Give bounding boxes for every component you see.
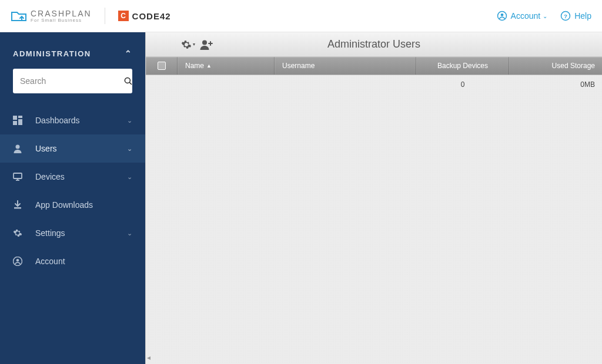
sidebar-item-account[interactable]: Account bbox=[0, 247, 145, 275]
sidebar-item-devices[interactable]: Devices ⌄ bbox=[0, 163, 145, 191]
select-all-checkbox[interactable] bbox=[158, 62, 166, 70]
sidebar-collapse-handle[interactable]: ◂ bbox=[146, 353, 150, 362]
sidebar-nav: Dashboards ⌄ Users ⌄ Devices ⌄ App Downl… bbox=[0, 106, 145, 275]
svg-point-1 bbox=[500, 14, 503, 16]
main-content: ▾ Administrator Users Name ▲ Username Ba… bbox=[145, 32, 602, 364]
svg-rect-11 bbox=[14, 173, 22, 178]
table-header: Name ▲ Username Backup Devices Used Stor… bbox=[146, 57, 602, 75]
sidebar-item-label: Users bbox=[35, 144, 57, 153]
svg-rect-8 bbox=[18, 119, 22, 125]
svg-rect-7 bbox=[18, 116, 22, 118]
dashboard-icon bbox=[13, 116, 24, 125]
sidebar-header[interactable]: ADMINISTRATION ⌃ bbox=[0, 32, 145, 69]
sidebar-item-dashboards[interactable]: Dashboards ⌄ bbox=[0, 106, 145, 134]
download-icon bbox=[13, 200, 24, 210]
sort-asc-icon: ▲ bbox=[206, 63, 212, 69]
crashplan-logo-subtext: For Small Business bbox=[31, 18, 92, 23]
column-username[interactable]: Username bbox=[275, 57, 416, 75]
chevron-down-icon: ⌄ bbox=[127, 145, 132, 153]
cell-backup-devices: 0 bbox=[416, 80, 509, 89]
code42-logo-text: CODE42 bbox=[132, 11, 171, 21]
sidebar-header-label: ADMINISTRATION bbox=[13, 49, 91, 58]
sidebar-item-label: Account bbox=[35, 257, 65, 266]
gear-icon bbox=[181, 39, 192, 50]
monitor-icon bbox=[13, 172, 24, 181]
crashplan-logo-text: CRASHPLAN bbox=[31, 9, 92, 18]
sidebar-item-settings[interactable]: Settings ⌄ bbox=[0, 219, 145, 247]
sidebar-item-downloads[interactable]: App Downloads bbox=[0, 191, 145, 219]
top-bar: CRASHPLAN For Small Business C CODE42 Ac… bbox=[0, 0, 602, 32]
cell-used-storage: 0MB bbox=[509, 80, 602, 89]
table-row[interactable]: 0 0MB bbox=[146, 75, 602, 95]
svg-rect-9 bbox=[13, 121, 17, 125]
help-link[interactable]: ? Help bbox=[560, 11, 591, 21]
sidebar-item-label: App Downloads bbox=[35, 200, 93, 210]
account-icon bbox=[13, 257, 24, 266]
code42-logo[interactable]: C CODE42 bbox=[118, 11, 171, 21]
sidebar-item-label: Settings bbox=[35, 228, 65, 238]
page-title: Administrator Users bbox=[327, 38, 420, 50]
svg-point-10 bbox=[16, 145, 20, 149]
settings-action-button[interactable]: ▾ bbox=[181, 39, 195, 50]
sidebar: ADMINISTRATION ⌃ Dashboards ⌄ Users ⌄ bbox=[0, 32, 145, 364]
svg-rect-14 bbox=[14, 207, 21, 209]
svg-line-5 bbox=[129, 82, 132, 85]
chevron-up-icon[interactable]: ⌃ bbox=[125, 49, 133, 58]
help-link-label: Help bbox=[574, 11, 591, 21]
help-icon: ? bbox=[560, 11, 571, 21]
svg-point-16 bbox=[16, 259, 19, 262]
add-user-icon bbox=[200, 39, 213, 50]
user-icon bbox=[13, 144, 24, 153]
svg-rect-6 bbox=[13, 116, 17, 120]
crashplan-folder-icon bbox=[11, 10, 27, 22]
code42-logo-icon: C bbox=[118, 11, 129, 21]
crashplan-logo[interactable]: CRASHPLAN For Small Business bbox=[11, 9, 92, 23]
column-name[interactable]: Name ▲ bbox=[178, 57, 275, 75]
sidebar-item-label: Devices bbox=[35, 172, 65, 181]
account-circle-icon bbox=[497, 11, 507, 21]
sidebar-item-users[interactable]: Users ⌄ bbox=[0, 134, 145, 163]
chevron-down-icon: ⌄ bbox=[543, 13, 547, 19]
search-icon[interactable] bbox=[123, 76, 133, 86]
content-toolbar: ▾ Administrator Users bbox=[146, 32, 602, 57]
search-input[interactable] bbox=[20, 76, 123, 86]
search-box[interactable] bbox=[13, 69, 132, 93]
chevron-down-icon: ⌄ bbox=[127, 117, 132, 124]
account-menu-label: Account bbox=[511, 11, 541, 21]
divider bbox=[105, 8, 105, 24]
select-all-header[interactable] bbox=[146, 57, 178, 75]
sidebar-item-label: Dashboards bbox=[35, 116, 80, 125]
column-used-storage[interactable]: Used Storage bbox=[509, 57, 602, 75]
chevron-down-icon: ⌄ bbox=[127, 230, 132, 237]
account-menu[interactable]: Account ⌄ bbox=[497, 11, 548, 21]
chevron-down-icon: ⌄ bbox=[127, 173, 132, 181]
gear-icon bbox=[13, 228, 24, 238]
svg-point-4 bbox=[125, 77, 130, 83]
dropdown-caret-icon: ▾ bbox=[193, 42, 195, 47]
svg-text:?: ? bbox=[564, 13, 567, 19]
column-backup-devices[interactable]: Backup Devices bbox=[416, 57, 509, 75]
svg-point-17 bbox=[202, 40, 207, 45]
add-user-button[interactable] bbox=[200, 39, 213, 50]
